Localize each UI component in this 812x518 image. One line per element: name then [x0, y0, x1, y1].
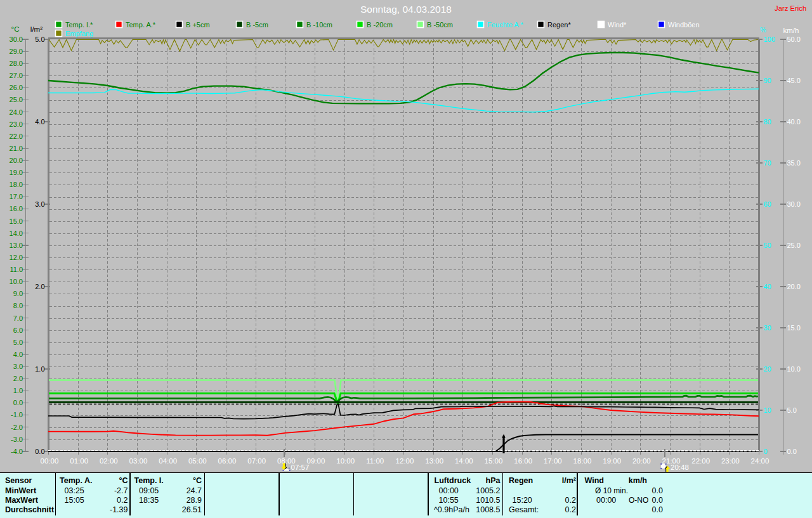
svg-text:0.2: 0.2	[565, 496, 576, 505]
svg-text:B -5cm: B -5cm	[246, 21, 268, 29]
svg-text:10:00: 10:00	[336, 457, 355, 465]
svg-text:0.0: 0.0	[13, 399, 23, 406]
svg-text:7.0: 7.0	[13, 314, 23, 322]
svg-text:20:48: 20:48	[671, 463, 689, 471]
svg-text:B -10cm: B -10cm	[306, 21, 332, 29]
svg-text:30.0: 30.0	[787, 200, 801, 208]
svg-text:l/m²: l/m²	[562, 476, 576, 485]
svg-text:0.0: 0.0	[652, 496, 663, 505]
svg-text:0.0: 0.0	[35, 448, 44, 455]
svg-text:-2.7: -2.7	[114, 486, 128, 495]
svg-text:Luftdruck: Luftdruck	[435, 476, 471, 485]
svg-text:Temp. A.*: Temp. A.*	[126, 21, 156, 29]
svg-text:15:20: 15:20	[513, 496, 532, 505]
svg-text:O-NO: O-NO	[629, 496, 648, 505]
svg-text:0.0: 0.0	[652, 505, 663, 514]
svg-text:14.0: 14.0	[10, 230, 23, 237]
svg-text:0.0: 0.0	[652, 486, 663, 495]
svg-text:26.51: 26.51	[182, 505, 202, 514]
svg-text:06:00: 06:00	[218, 457, 237, 465]
svg-text:15.0: 15.0	[787, 324, 801, 332]
svg-text:80: 80	[764, 118, 771, 126]
svg-text:19:00: 19:00	[603, 457, 621, 465]
svg-text:13:00: 13:00	[425, 457, 443, 465]
svg-text:17.0: 17.0	[10, 193, 23, 200]
svg-text:10.0: 10.0	[10, 278, 23, 285]
svg-text:4.0: 4.0	[13, 351, 23, 358]
svg-text:B +5cm: B +5cm	[186, 21, 210, 29]
svg-text:2.0: 2.0	[35, 283, 44, 290]
svg-text:90: 90	[764, 77, 771, 84]
svg-text:18.0: 18.0	[10, 181, 23, 188]
svg-text:Wind: Wind	[585, 476, 604, 485]
svg-text:02:00: 02:00	[100, 457, 118, 465]
svg-text:60: 60	[764, 200, 771, 208]
svg-text:40: 40	[764, 283, 771, 290]
svg-text:8.0: 8.0	[13, 302, 23, 309]
svg-text:07:57: 07:57	[291, 463, 310, 471]
svg-text:MaxWert: MaxWert	[5, 496, 39, 505]
svg-text:05:00: 05:00	[188, 457, 207, 465]
svg-text:16:00: 16:00	[514, 457, 532, 465]
svg-text:24.0: 24.0	[10, 108, 23, 116]
svg-text:Regen: Regen	[509, 476, 533, 485]
svg-text:l/m²: l/m²	[30, 25, 43, 33]
svg-text:-2.0: -2.0	[11, 424, 23, 431]
svg-text:29.0: 29.0	[10, 48, 23, 55]
svg-text:5.0: 5.0	[787, 406, 797, 414]
svg-text:20.0: 20.0	[787, 283, 801, 290]
svg-text:27.0: 27.0	[10, 72, 23, 79]
svg-text:MinWert: MinWert	[5, 486, 37, 495]
svg-text:9.0: 9.0	[13, 290, 23, 297]
svg-text:28.0: 28.0	[10, 60, 23, 67]
svg-text:18:35: 18:35	[139, 496, 159, 505]
svg-text:20.0: 20.0	[10, 157, 23, 164]
svg-text:Sonntag, 04.03.2018: Sonntag, 04.03.2018	[360, 4, 452, 15]
svg-text:^0.9hPa/h: ^0.9hPa/h	[434, 505, 469, 514]
svg-text:12:00: 12:00	[396, 457, 414, 465]
svg-text:16.0: 16.0	[10, 205, 23, 212]
svg-text:09:05: 09:05	[139, 486, 159, 495]
svg-text:Regen*: Regen*	[547, 21, 571, 29]
svg-text:20: 20	[764, 365, 771, 373]
svg-text:19.0: 19.0	[10, 169, 23, 176]
svg-text:50.0: 50.0	[787, 36, 801, 43]
svg-text:23.0: 23.0	[10, 120, 23, 128]
svg-text:1010.5: 1010.5	[476, 496, 500, 505]
svg-text:-4.0: -4.0	[11, 448, 23, 455]
svg-text:4.0: 4.0	[35, 118, 44, 126]
svg-text:12.0: 12.0	[10, 254, 23, 261]
svg-text:07:00: 07:00	[247, 457, 266, 465]
svg-text:km/h: km/h	[783, 27, 799, 34]
svg-text:03:00: 03:00	[129, 457, 148, 465]
svg-text:24:00: 24:00	[751, 457, 769, 465]
svg-text:100: 100	[764, 36, 775, 43]
svg-text:5.0: 5.0	[13, 339, 23, 346]
svg-text:22.0: 22.0	[10, 133, 23, 140]
svg-text:11:00: 11:00	[366, 457, 384, 465]
svg-text:00:00: 00:00	[41, 457, 59, 465]
svg-text:2.0: 2.0	[13, 375, 23, 382]
svg-text:°C: °C	[11, 25, 20, 33]
svg-text:°C: °C	[119, 476, 128, 485]
svg-text:20:00: 20:00	[632, 457, 651, 465]
svg-text:1005.2: 1005.2	[476, 486, 500, 495]
svg-text:35.0: 35.0	[787, 159, 801, 167]
svg-text:01:00: 01:00	[70, 457, 88, 465]
svg-text:03:25: 03:25	[65, 486, 84, 495]
svg-text:30: 30	[764, 324, 771, 332]
svg-text:°C: °C	[193, 476, 202, 485]
svg-text:28.9: 28.9	[187, 496, 202, 505]
svg-text:45.0: 45.0	[787, 77, 801, 84]
svg-text:70: 70	[764, 159, 771, 167]
svg-text:00:00: 00:00	[596, 496, 616, 505]
svg-text:6.0: 6.0	[13, 327, 23, 334]
svg-text:40.0: 40.0	[787, 118, 801, 126]
svg-text:24.7: 24.7	[187, 486, 202, 495]
svg-text:15:05: 15:05	[65, 496, 84, 505]
svg-text:0: 0	[764, 448, 768, 455]
svg-text:Ø 10 min.: Ø 10 min.	[595, 486, 628, 495]
svg-text:km/h: km/h	[629, 476, 647, 485]
svg-text:26.0: 26.0	[10, 84, 23, 91]
svg-text:Feuchte A.*: Feuchte A.*	[487, 21, 524, 29]
